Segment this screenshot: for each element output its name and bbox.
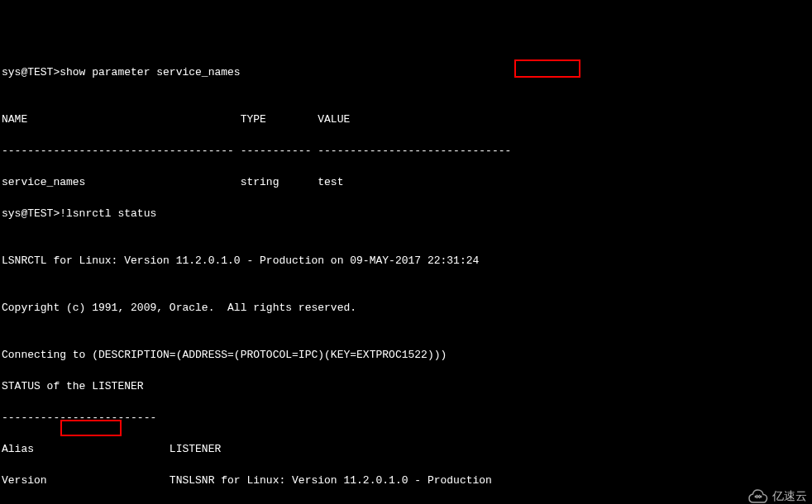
terminal-line-copyright: Copyright (c) 1991, 2009, Oracle. All ri… xyxy=(2,300,810,316)
terminal-line-alias: Alias LISTENER xyxy=(2,441,810,457)
terminal-line-status-sep: ------------------------ xyxy=(2,410,810,426)
terminal-line-status-hdr: STATUS of the LISTENER xyxy=(2,378,810,394)
terminal-line-version: Version TNSLSNR for Linux: Version 11.2.… xyxy=(2,473,810,488)
terminal-line-prompt1: sys@TEST>show parameter service_names xyxy=(2,64,810,80)
svg-point-1 xyxy=(760,495,762,497)
terminal-line-header-sep: ------------------------------------ ---… xyxy=(2,143,810,159)
terminal-line-param-row: service_names string test xyxy=(2,174,810,190)
terminal-line-prompt2: sys@TEST>!lsnrctl status xyxy=(2,206,810,221)
terminal-line-header: NAME TYPE VALUE xyxy=(2,112,810,127)
watermark-text: 亿速云 xyxy=(772,488,807,504)
svg-point-0 xyxy=(755,495,757,497)
cloud-icon xyxy=(748,489,769,504)
terminal-line-connecting: Connecting to (DESCRIPTION=(ADDRESS=(PRO… xyxy=(2,347,810,363)
watermark: 亿速云 xyxy=(748,488,807,504)
terminal-line-banner: LSNRCTL for Linux: Version 11.2.0.1.0 - … xyxy=(2,253,810,269)
